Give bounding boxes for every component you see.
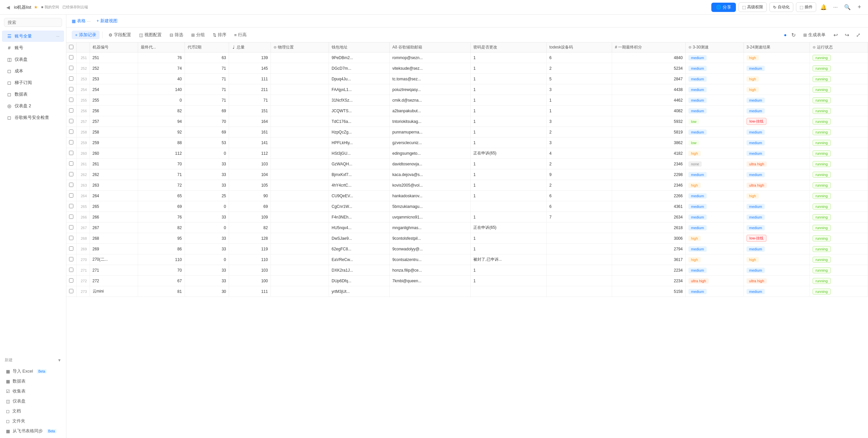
col-password[interactable]: 密码是否更改 — [471, 42, 547, 53]
sidebar-item-google-check[interactable]: ◻ 谷歌账号安全检查 — [2, 112, 64, 123]
col-check[interactable] — [66, 42, 76, 53]
new-item-dashboard[interactable]: ◫ 仪表盘 — [5, 396, 61, 406]
row-checkbox[interactable] — [69, 246, 73, 251]
expand-icon[interactable]: ⤢ — [854, 30, 863, 39]
add-record-button[interactable]: + 添加记录 — [72, 31, 100, 39]
new-item-import-excel[interactable]: ▦ 导入 Excel Beta — [5, 366, 61, 376]
group-button[interactable]: ⊞ 分组 — [188, 31, 208, 39]
row-checkbox[interactable] — [69, 268, 73, 272]
checkbox-cell[interactable] — [66, 169, 76, 180]
checkbox-cell[interactable] — [66, 233, 76, 244]
sidebar-item-account[interactable]: # 账号 — [2, 42, 64, 54]
checkbox-cell[interactable] — [66, 84, 76, 95]
row-checkbox[interactable] — [69, 183, 73, 187]
plus-icon[interactable]: + — [855, 3, 864, 12]
row-checkbox[interactable] — [69, 151, 73, 155]
checkbox-cell[interactable] — [66, 180, 76, 191]
view-config-button[interactable]: ◫ 视图配置 — [136, 31, 165, 39]
row-checkbox[interactable] — [69, 214, 73, 219]
col-token[interactable]: 代币2期 — [185, 42, 229, 53]
select-all-checkbox[interactable] — [69, 45, 73, 49]
sidebar-item-account-all[interactable]: ☰ 账号全量 ··· — [2, 31, 64, 42]
row-checkbox[interactable] — [69, 289, 73, 293]
sort-button[interactable]: ⇅ 排序 — [210, 31, 230, 39]
row-checkbox[interactable] — [69, 98, 73, 102]
new-item-feishu-sync[interactable]: ▦ 从飞书表格同步 Beta — [5, 426, 61, 436]
checkbox-cell[interactable] — [66, 53, 76, 63]
sidebar-item-ladder[interactable]: ◻ 梯子订阅 — [2, 77, 64, 88]
sidebar-item-cost[interactable]: ◻ 成本 — [2, 65, 64, 77]
new-item-datatable[interactable]: ▦ 数据表 — [5, 376, 61, 386]
row-checkbox[interactable] — [69, 66, 73, 70]
refresh-icon[interactable]: ↻ — [789, 30, 798, 39]
row-checkbox[interactable] — [69, 119, 73, 123]
search-icon[interactable]: 🔍 — [843, 3, 852, 12]
new-view-button[interactable]: + 新建视图 — [93, 17, 121, 25]
col-score[interactable]: # 一期最终积分 — [612, 42, 685, 53]
col-email[interactable]: Aδ 谷歌辅助邮箱 — [390, 42, 471, 53]
row-checkbox[interactable] — [69, 87, 73, 91]
checkbox-cell[interactable] — [66, 201, 76, 212]
table-view-tab[interactable]: ▦ 表格 ··· — [72, 18, 91, 24]
redo-icon[interactable]: ↪ — [842, 30, 851, 39]
generate-form-button[interactable]: ⊞ 生成表单 — [800, 31, 829, 39]
field-config-button[interactable]: ⚙ 字段配置 — [105, 31, 134, 39]
more-icon[interactable]: ··· — [831, 3, 840, 12]
undo-icon[interactable]: ↩ — [831, 30, 840, 39]
col-total[interactable]: ♩ 总量 — [229, 42, 271, 53]
sidebar-item-more[interactable]: ··· — [56, 34, 59, 38]
row-checkbox[interactable] — [69, 172, 73, 176]
col-machine[interactable]: 机器编号 — [90, 42, 138, 53]
checkbox-cell[interactable] — [66, 275, 76, 286]
col-result[interactable]: 3-24测速结果 — [744, 42, 810, 53]
status-indicator[interactable]: ● — [784, 32, 787, 37]
checkbox-cell[interactable] — [66, 138, 76, 148]
new-item-form[interactable]: ☑ 收集表 — [5, 386, 61, 396]
checkbox-cell[interactable] — [66, 223, 76, 233]
row-checkbox[interactable] — [69, 129, 73, 134]
checkbox-cell[interactable] — [66, 244, 76, 254]
row-checkbox[interactable] — [69, 204, 73, 208]
col-latest[interactable]: 最终代... — [138, 42, 185, 53]
row-height-button[interactable]: ≡ 行高 — [231, 31, 250, 39]
checkbox-cell[interactable] — [66, 95, 76, 106]
checkbox-cell[interactable] — [66, 74, 76, 84]
col-location[interactable]: ⊙ 物理位置 — [271, 42, 329, 53]
col-todesk[interactable]: todesk设备码 — [546, 42, 612, 53]
checkbox-cell[interactable] — [66, 254, 76, 265]
checkbox-cell[interactable] — [66, 191, 76, 201]
new-item-folder[interactable]: ◻ 文件夹 — [5, 416, 61, 426]
row-checkbox[interactable] — [69, 193, 73, 198]
row-checkbox[interactable] — [69, 278, 73, 283]
row-checkbox[interactable] — [69, 225, 73, 230]
checkbox-cell[interactable] — [66, 116, 76, 127]
sidebar-item-dashboard[interactable]: ◫ 仪表盘 — [2, 54, 64, 65]
star-icon[interactable]: ★ — [34, 5, 38, 10]
row-checkbox[interactable] — [69, 55, 73, 59]
row-checkbox[interactable] — [69, 77, 73, 81]
advanced-button[interactable]: ⬚ 高级权限 — [739, 2, 767, 12]
new-item-doc[interactable]: ◻ 文档 — [5, 406, 61, 416]
auto-button[interactable]: ↻ 自动化 — [769, 2, 793, 12]
row-checkbox[interactable] — [69, 108, 73, 113]
sidebar-item-dashboard2[interactable]: ◎ 仪表盘 2 — [2, 100, 64, 112]
plugin-button[interactable]: ⬚ 插件 — [796, 2, 816, 12]
row-checkbox[interactable] — [69, 162, 73, 166]
search-input[interactable] — [4, 18, 62, 27]
col-wallet[interactable]: 钱包地址 — [329, 42, 390, 53]
filter-button[interactable]: ⊟ 筛选 — [166, 31, 187, 39]
back-button[interactable]: ◀ — [4, 3, 12, 11]
checkbox-cell[interactable] — [66, 127, 76, 138]
col-speed[interactable]: ⊙ 3-30测速 — [685, 42, 744, 53]
checkbox-cell[interactable] — [66, 106, 76, 116]
checkbox-cell[interactable] — [66, 286, 76, 297]
checkbox-cell[interactable] — [66, 148, 76, 159]
new-section-chevron[interactable]: ▼ — [57, 358, 61, 362]
sidebar-item-datatable[interactable]: ◻ 数据表 — [2, 89, 64, 100]
col-status[interactable]: ⊙ 运行状态 — [810, 42, 868, 53]
checkbox-cell[interactable] — [66, 159, 76, 169]
checkbox-cell[interactable] — [66, 265, 76, 275]
row-checkbox[interactable] — [69, 257, 73, 261]
row-checkbox[interactable] — [69, 140, 73, 144]
bell-icon[interactable]: 🔔 — [819, 3, 828, 12]
